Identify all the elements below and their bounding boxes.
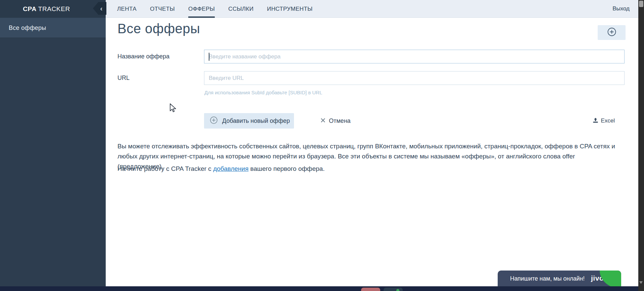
top-navigation: ЛЕНТА ОТЧЕТЫ ОФФЕРЫ ССЫЛКИ ИНСТРУМЕНТЫ В… bbox=[106, 0, 638, 18]
cancel-button[interactable]: Отмена bbox=[320, 113, 351, 129]
taskbar-strip bbox=[0, 286, 644, 291]
leaf-icon bbox=[600, 271, 621, 289]
getting-started-prefix: Начните работу с CPA Tracker с bbox=[117, 165, 213, 172]
page-title: Все офферы bbox=[117, 21, 200, 36]
getting-started-paragraph: Начните работу с CPA Tracker с добавлени… bbox=[117, 165, 325, 173]
plus-circle-icon bbox=[210, 116, 218, 126]
tab-offery[interactable]: ОФФЕРЫ bbox=[188, 0, 215, 18]
topbar-brand-area: CPATRACKER bbox=[0, 0, 106, 18]
text-caret bbox=[209, 53, 209, 61]
getting-started-suffix: вашего первого оффера. bbox=[249, 165, 325, 172]
logout-link[interactable]: Выход bbox=[612, 5, 630, 12]
green-dot-icon bbox=[396, 289, 399, 291]
tab-instrumenty[interactable]: ИНСТРУМЕНТЫ bbox=[267, 0, 313, 18]
chevron-left-icon: ‹ bbox=[100, 4, 103, 12]
close-icon bbox=[320, 118, 326, 124]
excel-export-button[interactable]: Excel bbox=[593, 117, 615, 125]
taskbar-dark-button[interactable] bbox=[384, 288, 403, 291]
add-offer-top-button[interactable] bbox=[598, 25, 626, 40]
add-offer-submit-label: Добавить новый оффер bbox=[222, 117, 290, 125]
scrollbar-thumb[interactable] bbox=[639, 1, 643, 7]
taskbar-red-button[interactable] bbox=[361, 288, 380, 291]
offer-name-input[interactable] bbox=[204, 50, 625, 63]
tab-ssylki[interactable]: ССЫЛКИ bbox=[228, 0, 253, 18]
sidebar: Все офферы bbox=[0, 18, 106, 286]
chat-message: Напишите нам, мы онлайн! bbox=[510, 275, 585, 282]
vertical-scrollbar bbox=[638, 0, 644, 291]
scroll-down-arrow-icon[interactable] bbox=[639, 281, 643, 284]
plus-circle-icon bbox=[607, 27, 616, 38]
excel-label: Excel bbox=[601, 117, 615, 124]
app-logo: CPATRACKER bbox=[23, 5, 83, 13]
sidebar-item-all-offers[interactable]: Все офферы bbox=[0, 18, 106, 38]
subid-hint: Для использования SubId добавьте [SUBID]… bbox=[204, 90, 322, 95]
main-content: Все офферы Название оффера URL Для испол… bbox=[106, 18, 638, 286]
add-offer-link[interactable]: добавления bbox=[213, 165, 248, 172]
add-offer-submit-button[interactable]: Добавить новый оффер bbox=[204, 113, 294, 129]
offer-url-label: URL bbox=[117, 71, 130, 85]
cancel-label: Отмена bbox=[329, 117, 351, 125]
app-logo-rest: TRACKER bbox=[38, 5, 70, 12]
tab-lenta[interactable]: ЛЕНТА bbox=[117, 0, 137, 18]
app-logo-bold: CPA bbox=[23, 5, 37, 12]
offer-name-label: Название оффера bbox=[117, 50, 169, 63]
upload-icon bbox=[593, 117, 598, 125]
tab-otchety[interactable]: ОТЧЕТЫ bbox=[150, 0, 175, 18]
offer-url-input[interactable] bbox=[204, 71, 625, 85]
